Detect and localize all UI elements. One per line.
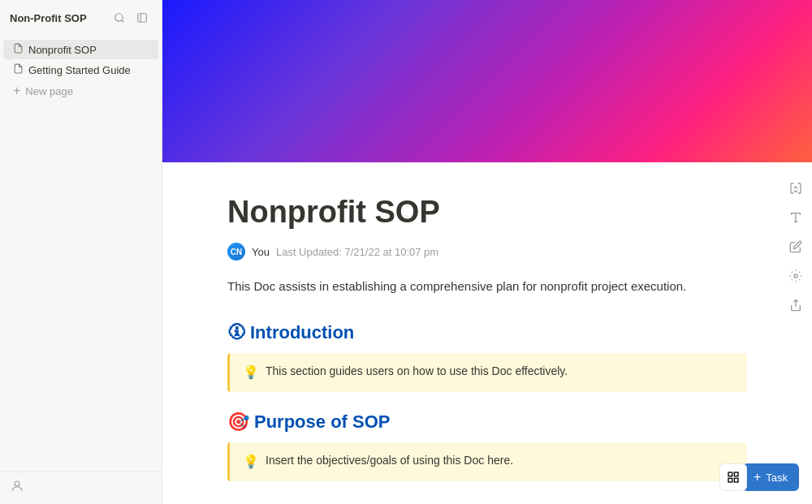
- main-content: Nonprofit SOP CN You Last Updated: 7/21/…: [162, 0, 812, 504]
- typography-button[interactable]: [784, 206, 807, 229]
- gear-icon: [789, 269, 802, 282]
- purpose-emoji: 🎯: [227, 411, 249, 433]
- pencil-icon: [789, 240, 802, 253]
- task-button-label: Task: [766, 472, 788, 484]
- layout-icon: [136, 12, 148, 24]
- svg-rect-1: [138, 14, 147, 23]
- sidebar-nav: Nonprofit SOP Getting Started Guide + Ne…: [0, 36, 162, 472]
- right-toolbar: [780, 170, 812, 323]
- new-page-label: New page: [25, 85, 73, 97]
- callout-purpose: 💡 Insert the objectives/goals of using t…: [227, 442, 747, 481]
- settings-button[interactable]: [784, 265, 807, 287]
- share-icon: [789, 299, 802, 312]
- edit-button[interactable]: [784, 235, 807, 258]
- document-description: This Doc assists in establishing a compr…: [227, 277, 747, 296]
- svg-rect-9: [728, 478, 732, 482]
- section-heading-purpose: 🎯 Purpose of SOP: [227, 411, 747, 433]
- search-button[interactable]: [110, 8, 129, 28]
- svg-point-0: [115, 14, 123, 21]
- svg-point-2: [15, 481, 19, 486]
- svg-rect-10: [734, 478, 738, 482]
- document-title: Nonprofit SOP: [227, 195, 747, 230]
- document-banner: [162, 0, 812, 162]
- plus-icon-task: +: [754, 470, 761, 485]
- collapse-toolbar-button[interactable]: [784, 177, 807, 200]
- emoji-grid-button[interactable]: [719, 463, 747, 491]
- callout-text-introduction: This section guides users on how to use …: [266, 363, 568, 380]
- sidebar-header: Non-Profit SOP: [0, 0, 162, 36]
- sidebar-title: Non-Profit SOP: [10, 12, 87, 24]
- last-updated: Last Updated: 7/21/22 at 10:07 pm: [276, 246, 438, 258]
- bulb-icon-2: 💡: [243, 452, 259, 472]
- sidebar-bottom: [0, 472, 162, 504]
- task-button[interactable]: + Task: [742, 463, 799, 491]
- toggle-sidebar-button[interactable]: [132, 8, 152, 28]
- sidebar-item-nonprofit-sop[interactable]: Nonprofit SOP: [3, 40, 158, 59]
- callout-text-purpose: Insert the objectives/goals of using thi…: [266, 452, 513, 469]
- grid-icon: [727, 471, 740, 484]
- text-icon: [789, 211, 802, 224]
- sidebar-item-label-nonprofit: Nonprofit SOP: [28, 44, 97, 56]
- svg-rect-8: [734, 472, 738, 476]
- avatar: CN: [227, 243, 245, 261]
- sidebar-header-icons: [110, 8, 152, 28]
- sidebar-item-getting-started[interactable]: Getting Started Guide: [3, 60, 158, 80]
- search-icon: [114, 12, 125, 24]
- document-content: Nonprofit SOP CN You Last Updated: 7/21/…: [162, 162, 812, 504]
- sidebar: Non-Profit SOP Nonprofit SOP: [0, 0, 162, 504]
- section-heading-introduction: 🛈 Introduction: [227, 322, 747, 343]
- plus-icon: +: [13, 84, 20, 98]
- new-page-button[interactable]: + New page: [3, 80, 158, 101]
- users-emoji: 👥: [227, 501, 249, 504]
- arrows-icon: [789, 182, 802, 195]
- share-button[interactable]: [784, 294, 807, 317]
- svg-point-5: [794, 274, 797, 278]
- sidebar-item-label-getting-started: Getting Started Guide: [28, 64, 131, 76]
- svg-rect-7: [728, 472, 732, 476]
- author-name: You: [252, 246, 270, 258]
- section-heading-intended-users: 👥 Intended Users of the SOP: [227, 501, 747, 504]
- bulb-icon-1: 💡: [243, 363, 259, 382]
- document-meta: CN You Last Updated: 7/21/22 at 10:07 pm: [227, 243, 747, 261]
- document-icon: [13, 43, 24, 56]
- document-icon-2: [13, 63, 24, 76]
- introduction-emoji: 🛈: [227, 322, 245, 343]
- user-icon: [10, 479, 24, 498]
- callout-introduction: 💡 This section guides users on how to us…: [227, 353, 747, 392]
